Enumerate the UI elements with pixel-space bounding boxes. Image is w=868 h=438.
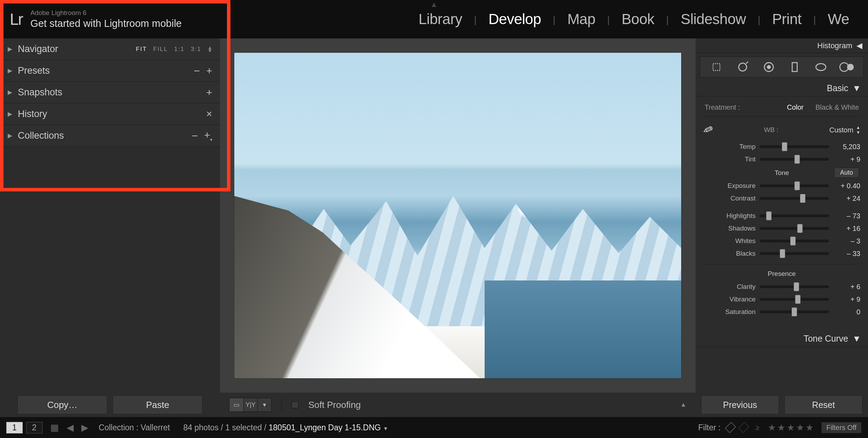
copy-settings-button[interactable]: Copy… (17, 395, 107, 414)
section-presets[interactable]: ▶Presets −+ (0, 60, 220, 82)
treatment-bw[interactable]: Black & White (816, 103, 859, 111)
presence-group: Presence Clarity+ 6 Vibrance+ 9 Saturati… (703, 267, 860, 322)
slider-whites[interactable]: Whites– 3 (703, 235, 860, 247)
current-filename: 180501_Lyngen Day 1-15.DNG (269, 423, 381, 432)
module-book[interactable]: Book (610, 11, 666, 28)
slider-saturation[interactable]: Saturation0 (703, 306, 860, 318)
module-develop[interactable]: Develop (477, 11, 553, 28)
treatment-row: Treatment : Color Black & White (703, 100, 860, 117)
redeye-tool-icon[interactable] (761, 59, 777, 75)
nav-back-icon[interactable]: ◀ (67, 422, 74, 433)
crop-tool-icon[interactable] (709, 59, 724, 75)
slider-blacks[interactable]: Blacks– 33 (703, 247, 860, 260)
reset-button[interactable]: Reset (785, 395, 862, 414)
svg-rect-0 (713, 64, 720, 71)
add-preset-button[interactable]: + (206, 66, 212, 76)
auto-tone-button[interactable]: Auto (834, 168, 859, 178)
left-bottom-buttons: Copy… Paste (0, 393, 220, 417)
image-canvas[interactable] (220, 38, 696, 393)
treatment-color[interactable]: Color (787, 103, 804, 111)
zoom-fill[interactable]: FILL (153, 46, 168, 53)
zoom-3to1[interactable]: 3:1 (191, 46, 201, 53)
section-label: Navigator (18, 44, 58, 54)
soft-proof-checkbox[interactable] (292, 401, 299, 408)
svg-point-8 (847, 64, 853, 70)
photo-foreground (234, 196, 480, 378)
filters-off-button[interactable]: Filters Off (821, 422, 862, 433)
right-bottom-buttons: Previous Reset (696, 393, 868, 417)
module-map[interactable]: Map (556, 11, 607, 28)
before-after-menu-button[interactable]: ▾ (257, 398, 271, 411)
remove-preset-button[interactable]: − (194, 66, 200, 76)
slider-temp[interactable]: Temp 5,203 (703, 140, 860, 153)
basic-panel-header[interactable]: Basic ▼ (696, 80, 868, 96)
tone-curve-panel-header[interactable]: Tone Curve ▼ (696, 331, 868, 347)
wb-eyedropper-icon[interactable]: ✎ (701, 122, 715, 138)
paste-settings-button[interactable]: Paste (113, 395, 203, 414)
before-after-lr-button[interactable]: Y|Y (243, 398, 257, 411)
section-navigator[interactable]: ▶Navigator FIT FILL 1:1 3:1 ▲▼ (0, 38, 220, 60)
svg-point-6 (816, 64, 826, 71)
wb-select[interactable]: Custom▲▼ (829, 125, 860, 135)
slider-exposure[interactable]: Exposure+ 0.40 (703, 180, 860, 192)
loupe-view-button[interactable]: ▭ (229, 398, 243, 411)
remove-collection-button[interactable]: − (192, 131, 198, 141)
app-subtitle[interactable]: Get started with Lightroom mobile (30, 17, 182, 30)
add-collection-button[interactable]: +▾ (204, 130, 212, 142)
section-label: History (18, 109, 47, 119)
slider-clarity[interactable]: Clarity+ 6 (703, 280, 860, 293)
tone-label: Tone (774, 169, 789, 177)
flag-pick-icon[interactable] (724, 422, 736, 433)
graduated-filter-tool-icon[interactable] (787, 59, 802, 75)
module-print[interactable]: Print (760, 11, 814, 28)
spot-removal-tool-icon[interactable] (735, 59, 750, 75)
module-web[interactable]: We (816, 11, 861, 28)
zoom-fit[interactable]: FIT (136, 46, 147, 53)
soft-proof-label: Soft Proofing (308, 400, 361, 410)
rating-stars[interactable]: ★★★★★ (768, 422, 815, 433)
adjustment-brush-tool-icon[interactable] (839, 59, 855, 75)
tone-group: Tone Auto Exposure+ 0.40 Contrast+ 24 Hi… (703, 166, 860, 264)
flag-reject-icon[interactable] (738, 422, 749, 433)
add-snapshot-button[interactable]: + (206, 87, 212, 98)
slider-shadows[interactable]: Shadows+ 16 (703, 222, 860, 235)
zoom-1to1[interactable]: 1:1 (174, 46, 185, 53)
zoom-stepper-icon[interactable]: ▲▼ (207, 46, 212, 52)
source-info[interactable]: Collection : Vallerret 84 photos / 1 sel… (88, 423, 698, 432)
slider-tint[interactable]: Tint + 9 (703, 153, 860, 166)
module-library[interactable]: Library (407, 11, 474, 28)
svg-rect-5 (792, 63, 797, 72)
basic-panel-label: Basic (827, 83, 848, 93)
radial-filter-tool-icon[interactable] (813, 59, 829, 75)
section-snapshots[interactable]: ▶Snapshots + (0, 82, 220, 103)
chevron-down-icon: ▼ (852, 83, 861, 93)
section-collections[interactable]: ▶Collections −+▾ (0, 125, 220, 147)
section-label: Presets (18, 65, 50, 76)
section-history[interactable]: ▶History ✕ (0, 103, 220, 125)
section-label: Snapshots (18, 87, 62, 98)
monitor-2[interactable]: 2 (26, 422, 43, 433)
app-header: Lr Adobe Lightroom 6 Get started with Li… (0, 0, 868, 38)
slider-highlights[interactable]: Highlights– 73 (703, 210, 860, 222)
grid-view-icon[interactable]: ▦ (50, 422, 59, 433)
toolbar-expand-icon[interactable]: ▼ (680, 401, 686, 409)
tone-curve-label: Tone Curve (803, 334, 848, 344)
monitor-pager: 1 2 (6, 422, 43, 433)
slider-contrast[interactable]: Contrast+ 24 (703, 192, 860, 205)
monitor-1[interactable]: 1 (6, 422, 23, 433)
histogram-header[interactable]: Histogram ◀ (696, 38, 868, 53)
chevron-down-icon[interactable]: ▼ (383, 425, 388, 431)
svg-point-4 (767, 66, 770, 69)
nav-forward-icon[interactable]: ▶ (81, 422, 88, 433)
tool-strip (700, 57, 864, 78)
header-identity: Lr Adobe Lightroom 6 Get started with Li… (0, 0, 230, 38)
slider-vibrance[interactable]: Vibrance+ 9 (703, 293, 860, 306)
section-label: Collections (18, 130, 64, 141)
svg-point-1 (739, 63, 747, 71)
previous-button[interactable]: Previous (701, 395, 779, 414)
presence-label: Presence (768, 270, 796, 278)
clear-history-button[interactable]: ✕ (206, 110, 212, 119)
chevron-right-icon: ▶ (8, 89, 12, 96)
treatment-label: Treatment : (705, 103, 740, 111)
module-slideshow[interactable]: Slideshow (669, 11, 758, 28)
